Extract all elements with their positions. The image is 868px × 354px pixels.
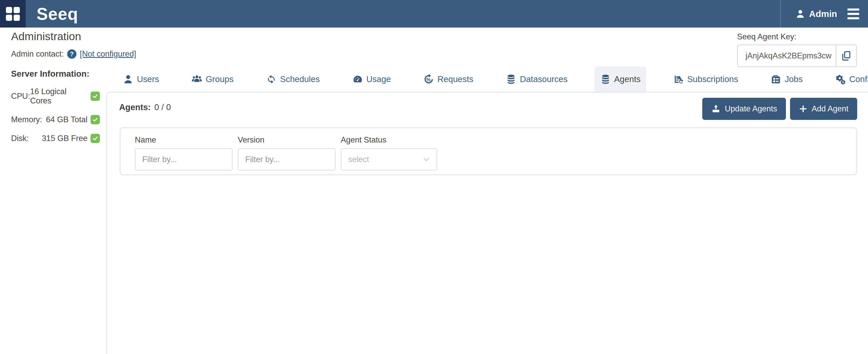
check-square-icon xyxy=(91,134,100,143)
server-information: Server Information: CPU:16 Logical Cores… xyxy=(11,69,100,153)
tab-label: Configuration xyxy=(849,74,868,84)
filter-version-input[interactable] xyxy=(238,148,336,170)
filter-status-column: Agent Status select xyxy=(341,135,437,174)
filter-name-label: Name xyxy=(135,135,232,144)
user-icon xyxy=(123,74,133,85)
tab-jobs[interactable]: Jobs xyxy=(765,66,808,92)
hamburger-icon[interactable] xyxy=(847,8,859,19)
copy-button[interactable] xyxy=(836,45,856,66)
agent-status-placeholder: select xyxy=(348,155,369,164)
tab-usage[interactable]: Usage xyxy=(347,66,397,92)
filter-version-label: Version xyxy=(238,135,336,144)
user-menu[interactable]: Admin xyxy=(795,9,837,19)
user-icon xyxy=(795,9,805,19)
database-icon xyxy=(600,74,611,85)
copy-icon xyxy=(841,51,852,61)
question-circle-icon[interactable]: ? xyxy=(67,50,76,59)
filter-name-column: Name xyxy=(135,135,232,174)
users-icon xyxy=(191,74,202,85)
upload-icon xyxy=(711,104,721,114)
plus-icon xyxy=(799,104,808,113)
server-info-row: Memory:64 GB Total xyxy=(11,115,100,124)
svg-text:%: % xyxy=(426,77,431,82)
gauge-icon xyxy=(352,74,363,85)
server-info-value: 64 GB Total xyxy=(46,115,88,124)
tab-label: Users xyxy=(137,74,159,84)
chevron-down-icon xyxy=(422,155,431,164)
update-agents-button[interactable]: Update Agents xyxy=(702,98,786,120)
server-info-row: CPU:16 Logical Cores xyxy=(11,87,100,105)
tab-datasources[interactable]: Datasources xyxy=(500,66,573,92)
update-agents-label: Update Agents xyxy=(725,104,777,114)
grid-icon xyxy=(6,7,20,21)
briefcase-icon xyxy=(771,74,781,85)
agents-heading: Agents: xyxy=(119,102,151,112)
server-info-label: Memory: xyxy=(11,115,42,124)
agents-count: 0 / 0 xyxy=(154,102,171,112)
agents-filter-card: Name Version Agent Status select xyxy=(120,127,857,175)
tab-label: Subscriptions xyxy=(687,74,738,84)
tab-content-panel: Agents: 0 / 0 Update Agents Add Agent Na… xyxy=(106,92,868,354)
percent-cycle-icon: % xyxy=(423,74,434,85)
filter-status-label: Agent Status xyxy=(341,135,437,144)
admin-contact-configure-link[interactable]: [Not configured] xyxy=(80,50,136,59)
seeq-agent-key-block: Seeq Agent Key: xyxy=(737,32,857,67)
check-square-icon xyxy=(91,115,100,124)
tab-groups[interactable]: Groups xyxy=(186,66,239,92)
tab-label: Schedules xyxy=(280,74,320,84)
tab-configuration[interactable]: Configuration xyxy=(829,66,868,92)
agent-status-select[interactable]: select xyxy=(341,148,437,170)
gears-icon xyxy=(835,74,846,85)
user-label: Admin xyxy=(809,9,837,19)
tab-label: Datasources xyxy=(520,74,567,84)
server-info-value: 315 GB Free xyxy=(42,134,88,143)
server-info-value: 16 Logical Cores xyxy=(30,87,88,105)
agent-key-input[interactable] xyxy=(738,45,836,66)
tab-label: Jobs xyxy=(785,74,803,84)
sync-icon xyxy=(266,74,277,85)
tab-label: Requests xyxy=(437,74,473,84)
server-info-row: Disk:315 GB Free xyxy=(11,134,100,143)
database-icon xyxy=(506,74,517,85)
subscription-icon xyxy=(673,74,684,85)
add-agent-label: Add Agent xyxy=(812,104,848,114)
add-agent-button[interactable]: Add Agent xyxy=(790,98,857,120)
tab-schedules[interactable]: Schedules xyxy=(260,66,325,92)
logo-text: Seeq xyxy=(36,5,78,22)
server-info-label: CPU: xyxy=(11,92,30,101)
server-information-heading: Server Information: xyxy=(11,69,100,79)
app-switcher-button[interactable] xyxy=(0,0,26,28)
check-square-icon xyxy=(91,92,100,101)
admin-tab-bar: UsersGroupsSchedulesUsage%RequestsDataso… xyxy=(117,66,868,92)
tab-label: Groups xyxy=(206,74,234,84)
tab-users[interactable]: Users xyxy=(117,66,165,92)
top-navigation-bar: Seeq Admin xyxy=(0,0,868,28)
admin-contact-label: Admin contact: xyxy=(11,50,64,59)
filter-name-input[interactable] xyxy=(135,148,232,170)
admin-contact-row: Admin contact: ? [Not configured] xyxy=(11,50,136,59)
agents-count-row: Agents: 0 / 0 xyxy=(119,102,171,112)
panel-actions: Update Agents Add Agent xyxy=(702,98,857,120)
topbar-user-area: Admin xyxy=(780,0,868,28)
server-info-label: Disk: xyxy=(11,134,29,143)
tab-requests[interactable]: %Requests xyxy=(418,66,479,92)
filter-version-column: Version xyxy=(238,135,336,174)
seeq-logo[interactable]: Seeq xyxy=(36,5,78,22)
tab-agents[interactable]: Agents xyxy=(594,66,646,92)
agent-key-label: Seeq Agent Key: xyxy=(737,32,857,41)
page-title: Administration xyxy=(11,30,81,43)
tab-label: Usage xyxy=(367,74,391,84)
agent-key-input-group xyxy=(737,44,857,67)
tab-subscriptions[interactable]: Subscriptions xyxy=(667,66,744,92)
tab-label: Agents xyxy=(614,74,641,84)
